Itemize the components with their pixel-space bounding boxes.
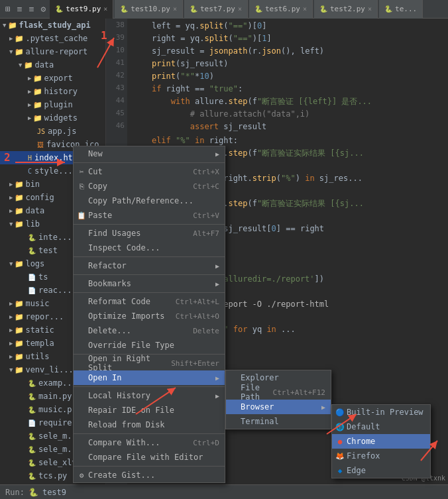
menu-item-compare-file[interactable]: Compare File with Editor [74, 450, 225, 465]
menu-item-open-in[interactable]: Open In ▶ [74, 370, 225, 385]
tab-te[interactable]: 🐍 te... [379, 0, 423, 19]
icon-settings[interactable]: ⚙ [38, 4, 48, 14]
arrow-icon: ▼ [9, 260, 13, 267]
sidebar-item-data[interactable]: ▼ 📁 data [0, 58, 105, 72]
py-icon: 🐍 [120, 5, 128, 13]
menu-item-find-usages[interactable]: Find Usages Alt+F7 [74, 226, 225, 241]
menu-item-copy-path[interactable]: Copy Path/Reference... [74, 194, 225, 208]
code-line: assert sj_result [133, 121, 443, 133]
run-label: Run: [5, 488, 25, 497]
arrow-icon: ▶ [28, 75, 31, 82]
sidebar-label: utils [25, 352, 49, 361]
menu-item-optimize[interactable]: Optimize Imports Ctrl+Alt+O [74, 309, 225, 323]
folder-icon: 📁 [15, 48, 24, 56]
menu-item-bookmarks[interactable]: Bookmarks ▶ [74, 276, 225, 291]
folder-icon: 📁 [15, 353, 24, 361]
top-bar: ⊞ ≡ ≡ ⚙ 🐍 test9.py × 🐍 test10.py × 🐍 tes… [0, 0, 448, 19]
folder-icon: 📁 [8, 21, 17, 30]
menu-separator [74, 466, 225, 467]
icon-list1[interactable]: ≡ [15, 4, 25, 14]
menu-item-terminal[interactable]: Terminal [226, 414, 331, 429]
icon-list2[interactable]: ≡ [27, 4, 37, 14]
tab-label: test2.py [330, 5, 365, 13]
sidebar-label: templa [25, 339, 54, 348]
arrow-icon: ▶ [28, 101, 31, 108]
ico-icon: 🖼 [37, 141, 44, 148]
menu-item-firefox[interactable]: 🦊 Firefox [332, 449, 430, 463]
sidebar-label: .pytest_cache [25, 34, 87, 43]
tab-test6[interactable]: 🐍 test6.py × [249, 0, 313, 19]
sidebar-item-pytest-cache[interactable]: ▶ 📁 .pytest_cache [0, 32, 105, 45]
sidebar-item-allure-report[interactable]: ▼ 📁 allure-report [0, 45, 105, 58]
tab-test7[interactable]: 🐍 test7.py × [184, 0, 248, 19]
txt-icon: 📄 [28, 419, 36, 427]
sidebar-label: reac... [38, 286, 72, 295]
submenu-open-in: Explorer File Path Ctrl+Alt+F12 Browser … [225, 370, 331, 429]
tab-label: test9.py [66, 5, 101, 13]
menu-item-cut[interactable]: ✂ Cut Ctrl+X [74, 164, 225, 179]
sidebar-label: plugin [44, 100, 72, 109]
arrow-1 [94, 34, 127, 74]
tab-close[interactable]: × [103, 5, 107, 13]
folder-icon: 📁 [33, 101, 42, 109]
arrow-3 [133, 384, 186, 417]
tab-test9[interactable]: 🐍 test9.py × [50, 0, 113, 19]
github-icon: ⚙ [76, 471, 87, 480]
arrow-icon: ▼ [9, 366, 13, 373]
tab-test10[interactable]: 🐍 test10.py × [115, 0, 183, 19]
icon-grid[interactable]: ⊞ [3, 4, 13, 14]
menu-item-override-filetype[interactable]: Override File Type [74, 338, 225, 353]
arrow-4 [323, 411, 363, 437]
menu-item-reload-disk[interactable]: Reload from Disk [74, 417, 225, 432]
folder-icon: 📁 [15, 313, 24, 321]
menu-item-copy[interactable]: ⎘ Copy Ctrl+C [74, 179, 225, 194]
menu-item-paste[interactable]: 📋 Paste Ctrl+V [74, 208, 225, 223]
menu-item-compare-with[interactable]: Compare With... Ctrl+D [74, 435, 225, 450]
py-icon: 🐍 [254, 5, 262, 13]
py-file-icon: 🐍 [28, 247, 36, 254]
folder-icon: 📁 [15, 180, 24, 189]
tab-label: test10.py [131, 5, 170, 13]
menu-item-new[interactable]: New ▶ [74, 146, 225, 161]
sidebar-label: examp... [38, 378, 77, 388]
sidebar-label: app.js [48, 127, 76, 136]
menu-item-refactor[interactable]: Refactor ▶ [74, 258, 225, 273]
folder-icon: 📁 [15, 326, 24, 335]
folder-icon: 📁 [15, 220, 24, 229]
sidebar-label: config [25, 193, 54, 202]
py-file-icon: 🐍 [28, 433, 36, 440]
sidebar-root[interactable]: ▼ 📁 flask_study_api [0, 19, 105, 32]
tab-label: test6.py [265, 5, 300, 13]
context-menu: New ▶ ✂ Cut Ctrl+X ⎘ Copy Ctrl+C Copy Pa… [73, 146, 225, 483]
arrow-icon: ▶ [9, 300, 13, 307]
sidebar-item-history[interactable]: ▶ 📁 history [0, 85, 105, 98]
arrow-icon: ▶ [9, 181, 13, 188]
sidebar-label: static [25, 325, 54, 335]
py-file-icon: 🐍 [28, 380, 36, 387]
tab-close[interactable]: × [238, 5, 242, 13]
menu-item-filepath[interactable]: File Path Ctrl+Alt+F12 [226, 385, 331, 400]
py-file-icon: 🐍 [28, 393, 36, 400]
tab-close[interactable]: × [173, 5, 177, 13]
file-icon: 📄 [28, 287, 36, 294]
menu-item-edge[interactable]: ◆ Edge [332, 463, 430, 478]
menu-item-browser[interactable]: Browser ▶ [226, 400, 331, 414]
menu-item-open-right-split[interactable]: Open in Right Split Shift+Enter [74, 356, 225, 370]
py-file-icon: 🐍 [28, 446, 36, 453]
tab-close[interactable]: × [303, 5, 307, 13]
tab-test2[interactable]: 🐍 test2.py × [314, 0, 378, 19]
menu-item-create-gist[interactable]: ⚙ Create Gist... [74, 468, 225, 482]
menu-item-delete[interactable]: Delete... Delete [74, 323, 225, 338]
py-file-icon: 🐍 [28, 459, 36, 467]
sidebar-item-appjs[interactable]: JS app.js [0, 125, 105, 138]
file-icon: 📄 [28, 274, 36, 281]
arrow-icon: ▶ [9, 353, 13, 360]
sidebar-item-plugin[interactable]: ▶ 📁 plugin [0, 98, 105, 111]
sidebar-item-widgets[interactable]: ▶ 📁 widgets [0, 111, 105, 125]
menu-separator [74, 433, 225, 434]
sidebar-item-export[interactable]: ▶ 📁 export [0, 72, 105, 85]
tab-close[interactable]: × [368, 5, 372, 13]
sidebar-label: logs [25, 259, 44, 268]
menu-item-reformat[interactable]: Reformat Code Ctrl+Alt+L [74, 294, 225, 309]
menu-item-inspect[interactable]: Inspect Code... [74, 241, 225, 255]
